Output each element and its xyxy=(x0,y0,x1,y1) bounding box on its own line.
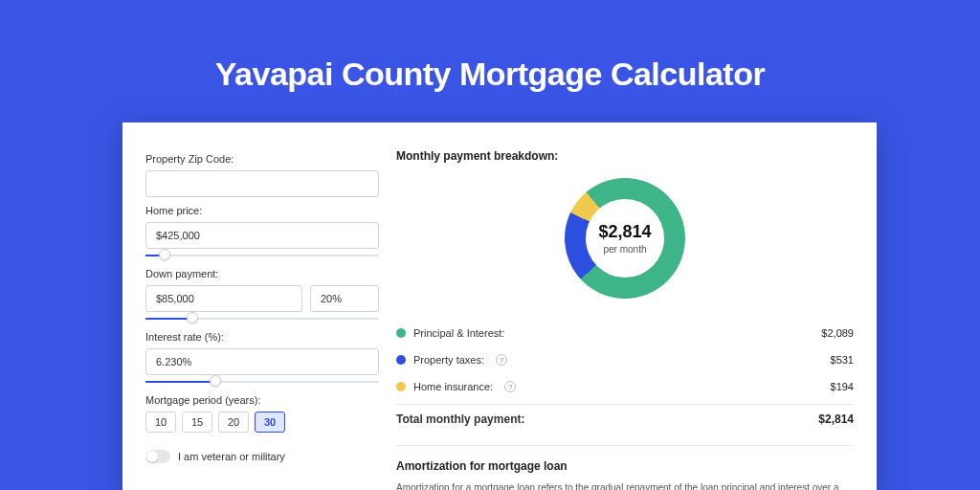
info-icon[interactable]: ? xyxy=(504,381,516,392)
amortization-text: Amortization for a mortgage loan refers … xyxy=(396,480,854,490)
period-label: Mortgage period (years): xyxy=(145,394,379,406)
period-options: 10152030 xyxy=(145,412,379,433)
green-dot-icon xyxy=(396,328,406,338)
period-option-10[interactable]: 10 xyxy=(145,412,176,433)
home-price-slider[interactable] xyxy=(145,251,379,260)
yellow-dot-icon xyxy=(396,382,406,391)
legend-label: Property taxes: xyxy=(413,354,484,366)
legend-row-2: Home insurance:?$194 xyxy=(396,373,854,400)
legend-label: Home insurance: xyxy=(413,381,493,392)
legend-label: Principal & Interest: xyxy=(413,327,504,339)
legend-row-0: Principal & Interest:$2,089 xyxy=(396,320,854,346)
amortization-block: Amortization for mortgage loan Amortizat… xyxy=(396,445,854,490)
amortization-title: Amortization for mortgage loan xyxy=(396,459,854,473)
interest-input[interactable]: 6.230% xyxy=(145,348,379,375)
legend-row-1: Property taxes:?$531 xyxy=(396,346,854,373)
form-panel: Property Zip Code: Home price: $425,000 … xyxy=(145,147,379,490)
donut-sub: per month xyxy=(598,244,651,255)
legend-value: $194 xyxy=(831,381,854,392)
veteran-toggle[interactable] xyxy=(145,450,170,463)
legend-value: $2,089 xyxy=(821,327,854,339)
donut-amount: $2,814 xyxy=(598,222,651,242)
period-option-30[interactable]: 30 xyxy=(255,412,285,433)
legend-value: $531 xyxy=(831,354,854,366)
period-option-20[interactable]: 20 xyxy=(218,412,249,433)
home-price-label: Home price: xyxy=(145,205,379,216)
period-option-15[interactable]: 15 xyxy=(182,412,212,433)
down-payment-input[interactable]: $85,000 xyxy=(145,285,302,312)
total-row: Total monthly payment: $2,814 xyxy=(396,404,854,434)
down-payment-pct-input[interactable]: 20% xyxy=(310,285,379,312)
calculator-card: Property Zip Code: Home price: $425,000 … xyxy=(122,122,877,490)
down-payment-label: Down payment: xyxy=(145,268,379,279)
legend: Principal & Interest:$2,089Property taxe… xyxy=(396,320,854,400)
zip-label: Property Zip Code: xyxy=(145,153,379,165)
blue-dot-icon xyxy=(396,355,406,365)
donut-chart: $2,814 per month xyxy=(396,168,854,308)
breakdown-title: Monthly payment breakdown: xyxy=(396,149,854,163)
veteran-label: I am veteran or military xyxy=(178,451,285,462)
zip-input[interactable] xyxy=(145,170,379,197)
total-value: $2,814 xyxy=(818,412,854,426)
interest-slider[interactable] xyxy=(145,377,379,387)
home-price-input[interactable]: $425,000 xyxy=(145,222,379,249)
info-icon[interactable]: ? xyxy=(496,354,507,366)
down-payment-slider[interactable] xyxy=(145,314,379,323)
breakdown-panel: Monthly payment breakdown: $2,814 per mo… xyxy=(396,147,854,490)
total-label: Total monthly payment: xyxy=(396,412,524,426)
interest-label: Interest rate (%): xyxy=(145,331,379,343)
page-title: Yavapai County Mortgage Calculator xyxy=(0,0,980,93)
